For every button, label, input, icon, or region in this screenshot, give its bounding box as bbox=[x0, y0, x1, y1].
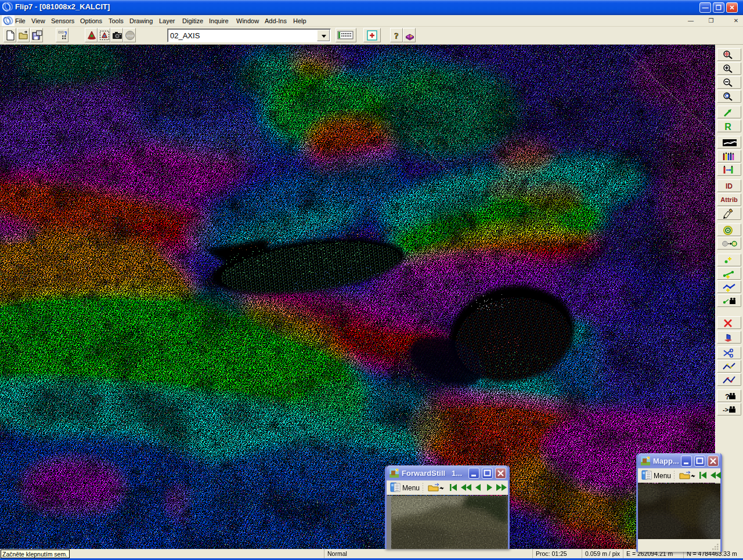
svg-text:STOP: STOP bbox=[126, 34, 134, 38]
svg-text:R: R bbox=[724, 122, 731, 132]
svg-text:?: ? bbox=[394, 31, 399, 41]
svg-text:?: ? bbox=[725, 392, 730, 401]
svg-text:->: -> bbox=[723, 406, 728, 413]
